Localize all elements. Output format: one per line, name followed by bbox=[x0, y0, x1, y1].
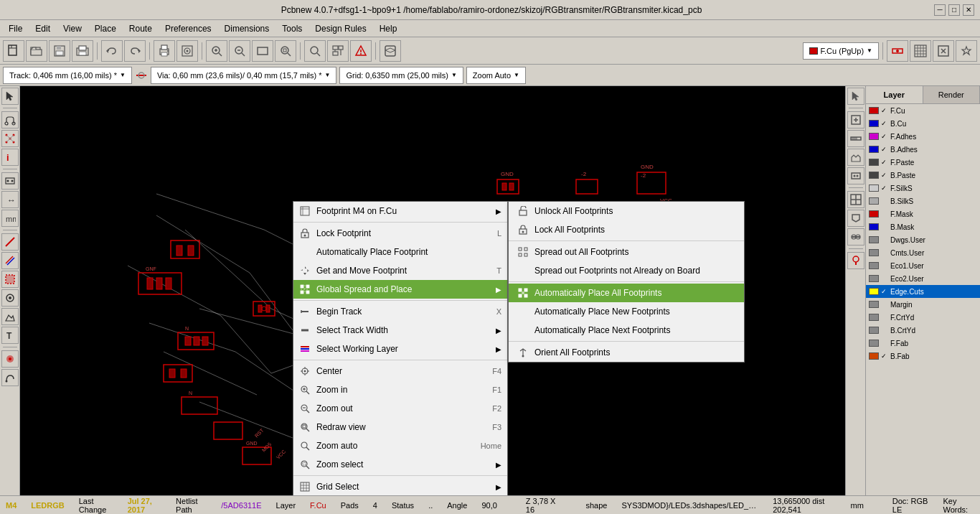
sub-unlock-all[interactable]: Unlock All Footprints bbox=[509, 202, 744, 220]
tb-zoom-fit[interactable] bbox=[275, 40, 296, 62]
ctx-auto-place-fp[interactable]: Automatically Place Footprint bbox=[293, 243, 507, 261]
tb-redo[interactable] bbox=[124, 40, 146, 62]
layer-row-fpaste[interactable]: ✓ F.Paste bbox=[866, 156, 980, 169]
tool-ruler[interactable]: ↔ bbox=[1, 191, 19, 208]
tb-highlight-net[interactable] bbox=[887, 40, 908, 62]
menu-edit[interactable]: Edit bbox=[29, 22, 56, 35]
sub-spread-not-on-board[interactable]: Spread out Footprints not Already on Boa… bbox=[509, 261, 744, 280]
minimize-button[interactable]: ─ bbox=[934, 4, 946, 16]
tb-pad-properties[interactable] bbox=[933, 40, 954, 62]
layer-row-bpaste[interactable]: ✓ B.Paste bbox=[866, 169, 980, 182]
menu-dimensions[interactable]: Dimensions bbox=[219, 22, 275, 35]
tab-layer[interactable]: Layer bbox=[866, 86, 923, 103]
rtb-2[interactable] bbox=[847, 130, 864, 147]
tool-add-module[interactable] bbox=[1, 172, 19, 190]
ctx-grid-select[interactable]: Grid Select ▶ bbox=[293, 477, 507, 495]
tb-zoom-out[interactable] bbox=[229, 40, 250, 62]
rtb-3[interactable] bbox=[847, 149, 864, 166]
rtb-7[interactable] bbox=[847, 228, 864, 246]
track-selector[interactable]: Track: 0,406 mm (16,00 mils) * ▼ bbox=[3, 67, 132, 84]
maximize-button[interactable]: □ bbox=[948, 4, 960, 16]
sub-spread-all[interactable]: Spread out All Footprints bbox=[509, 243, 744, 261]
layer-row-fsilks[interactable]: ✓ F.SilkS bbox=[866, 182, 980, 195]
via-selector[interactable]: Via: 0,60 mm (23,6 mils)/ 0,40 mm (15,7 … bbox=[151, 67, 337, 84]
layer-row-bsilks[interactable]: B.SilkS bbox=[866, 195, 980, 207]
tb-zoom-in[interactable] bbox=[206, 40, 227, 62]
close-button[interactable]: ✕ bbox=[963, 4, 974, 16]
tool-add-graphic[interactable] bbox=[1, 308, 19, 325]
sub-auto-place-all[interactable]: Automatically Place All Footprints bbox=[509, 284, 744, 302]
rtb-1[interactable] bbox=[847, 111, 864, 128]
sub-orient-all[interactable]: Orient All Footprints bbox=[509, 343, 744, 362]
sub-lock-all[interactable]: Lock All Footprints bbox=[509, 220, 744, 239]
layer-row-ffab[interactable]: F.Fab bbox=[866, 337, 980, 350]
tb-new[interactable] bbox=[3, 40, 24, 62]
sub-auto-place-next[interactable]: Automatically Place Next Footprints bbox=[509, 321, 744, 340]
tool-microwave[interactable] bbox=[1, 369, 19, 386]
ctx-zoom-out[interactable]: Zoom out F2 bbox=[293, 399, 507, 418]
menu-preferences[interactable]: Preferences bbox=[159, 22, 217, 35]
ctx-center[interactable]: Center F4 bbox=[293, 362, 507, 380]
tool-add-text[interactable]: T bbox=[1, 327, 19, 344]
tool-route-diff[interactable] bbox=[1, 252, 19, 269]
tool-dimensions[interactable]: mm bbox=[1, 210, 19, 227]
layer-row-fcrtyd[interactable]: F.CrtYd bbox=[866, 311, 980, 324]
menu-route[interactable]: Route bbox=[123, 22, 158, 35]
layer-row-bcu[interactable]: ✓ B.Cu bbox=[866, 117, 980, 130]
menu-place[interactable]: Place bbox=[89, 22, 122, 35]
layer-row-bcrtyd[interactable]: B.CrtYd bbox=[866, 324, 980, 337]
ctx-lock-footprint[interactable]: Lock Footprint L bbox=[293, 224, 507, 243]
layer-row-badhes[interactable]: ✓ B.Adhes bbox=[866, 143, 980, 156]
rtb-5[interactable] bbox=[847, 191, 864, 208]
tool-add-zone[interactable] bbox=[1, 271, 19, 288]
layer-row-dwgs[interactable]: Dwgs.User bbox=[866, 233, 980, 246]
tb-gerber[interactable] bbox=[176, 40, 198, 62]
sub-auto-place-new[interactable]: Automatically Place New Footprints bbox=[509, 302, 744, 321]
layer-row-bmask[interactable]: B.Mask bbox=[866, 220, 980, 233]
menu-view[interactable]: View bbox=[57, 22, 88, 35]
ctx-zoom-select[interactable]: Zoom select ▶ bbox=[293, 455, 507, 474]
menu-design-rules[interactable]: Design Rules bbox=[309, 22, 372, 35]
tb-netlist[interactable] bbox=[327, 40, 349, 62]
zoom-selector[interactable]: Zoom Auto ▼ bbox=[466, 67, 526, 84]
tool-route-single[interactable] bbox=[1, 233, 19, 251]
rtb-6[interactable] bbox=[847, 210, 864, 227]
tb-undo[interactable] bbox=[101, 40, 123, 62]
ctx-zoom-auto[interactable]: Zoom auto Home bbox=[293, 436, 507, 455]
tb-open[interactable] bbox=[26, 40, 47, 62]
layer-selector[interactable]: F.Cu (PgUp) ▼ bbox=[803, 42, 879, 60]
ctx-begin-track[interactable]: Begin Track X bbox=[293, 302, 507, 321]
ctx-get-move-fp[interactable]: Get and Move Footprint T bbox=[293, 261, 507, 280]
ctx-select-working-layer[interactable]: Select Working Layer ▶ bbox=[293, 340, 507, 358]
tb-3d-viewer[interactable] bbox=[380, 40, 401, 62]
tb-find[interactable] bbox=[304, 40, 326, 62]
tool-router[interactable] bbox=[1, 111, 19, 128]
ctx-footprint-m4[interactable]: Footprint M4 on F.Cu ▶ bbox=[293, 202, 507, 220]
layer-row-eco2[interactable]: Eco2.User bbox=[866, 272, 980, 285]
grid-selector[interactable]: Grid: 0,6350 mm (25,00 mils) ▼ bbox=[339, 67, 463, 84]
menu-file[interactable]: File bbox=[3, 22, 28, 35]
rtb-8[interactable] bbox=[847, 252, 864, 269]
tool-highlight-net[interactable] bbox=[1, 350, 19, 368]
ctx-redraw-view[interactable]: Redraw view F3 bbox=[293, 418, 507, 436]
ctx-global-spread[interactable]: Global Spread and Place ▶ bbox=[293, 280, 507, 299]
tool-inspector[interactable]: i bbox=[1, 149, 19, 166]
layer-row-cmts[interactable]: Cmts.User bbox=[866, 246, 980, 259]
tool-select[interactable] bbox=[1, 88, 19, 105]
layer-row-edgecuts[interactable]: ✓ Edge.Cuts bbox=[866, 285, 980, 298]
tb-save[interactable] bbox=[49, 40, 70, 62]
layer-row-fadhes[interactable]: ✓ F.Adhes bbox=[866, 130, 980, 143]
menu-help[interactable]: Help bbox=[374, 22, 403, 35]
pcb-canvas[interactable]: GND -2 GND -2 VCC -1 GNF bbox=[20, 86, 845, 495]
layer-row-margin[interactable]: Margin bbox=[866, 298, 980, 311]
menu-tools[interactable]: Tools bbox=[276, 22, 308, 35]
rtb-4[interactable] bbox=[847, 167, 864, 184]
layer-row-bfab[interactable]: ✓ B.Fab bbox=[866, 350, 980, 363]
tool-ratsnest[interactable] bbox=[1, 130, 19, 147]
tb-fp-wizard[interactable] bbox=[910, 40, 931, 62]
layer-row-fmask[interactable]: F.Mask bbox=[866, 207, 980, 220]
tb-board-setup[interactable] bbox=[956, 40, 977, 62]
ctx-zoom-in[interactable]: Zoom in F1 bbox=[293, 380, 507, 399]
tb-print-preview[interactable] bbox=[72, 40, 93, 62]
rtb-select[interactable] bbox=[847, 88, 864, 105]
